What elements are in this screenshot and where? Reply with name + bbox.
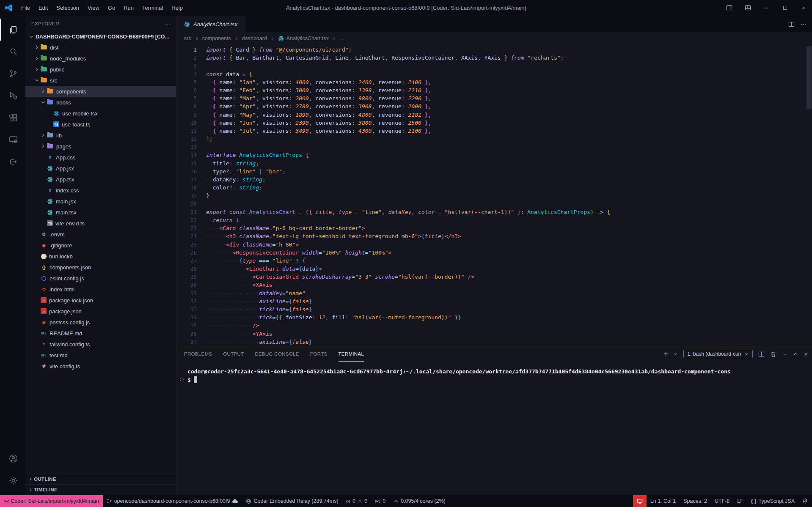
editor-more-actions-icon[interactable]: ⋯ xyxy=(801,21,806,27)
line-number[interactable]: 7 xyxy=(176,94,197,102)
code-line[interactable]: 3 xyxy=(176,62,812,70)
file-use-toast.ts[interactable]: TSuse-toast.ts xyxy=(25,119,176,130)
code-line[interactable]: 27··········{type === "line" ? ( xyxy=(176,257,812,265)
line-number[interactable]: 12 xyxy=(176,135,197,143)
line-number[interactable]: 20 xyxy=(176,200,197,208)
status-broadcast-count[interactable]: 0 xyxy=(371,495,389,507)
line-number[interactable]: 11 xyxy=(176,127,197,135)
code-editor[interactable]: 1import { Card } from "@/components/ui/c… xyxy=(176,45,812,346)
line-number[interactable]: 16 xyxy=(176,167,197,175)
code-line[interactable]: 1import { Card } from "@/components/ui/c… xyxy=(176,46,812,54)
close-button[interactable]: × xyxy=(795,0,812,16)
code-line[interactable]: 7··{ name: "Mar", visitors: 2000, conver… xyxy=(176,94,812,102)
code-line[interactable]: 18··color?: string; xyxy=(176,184,812,192)
split-editor-icon[interactable] xyxy=(788,21,795,27)
split-terminal-icon[interactable] xyxy=(758,351,765,357)
file-index.css[interactable]: #index.css xyxy=(25,185,176,196)
panel-tab-terminal[interactable]: TERMINAL xyxy=(339,346,364,362)
code-line[interactable]: 28············<LineChart data={data}> xyxy=(176,265,812,273)
line-number[interactable]: 24 xyxy=(176,232,197,240)
terminal-dropdown-icon[interactable] xyxy=(673,352,678,356)
file-package-lock.json[interactable]: npackage-lock.json xyxy=(25,295,176,306)
line-number[interactable]: 14 xyxy=(176,151,197,159)
line-number[interactable]: 27 xyxy=(176,257,197,265)
code-line[interactable]: 34················tick={{ fontSize: 12, … xyxy=(176,313,812,321)
activity-coder[interactable] xyxy=(0,151,25,173)
folder-node_modules[interactable]: node_modules xyxy=(25,53,176,64)
code-line[interactable]: 21export const AnalyticsChart = ({ title… xyxy=(176,208,812,216)
code-line[interactable]: 25······<div className="h-80"> xyxy=(176,241,812,249)
line-number[interactable]: 4 xyxy=(176,70,197,78)
panel-tab-ports[interactable]: PORTS xyxy=(310,346,328,362)
file-index.html[interactable]: <>index.html xyxy=(25,284,176,295)
activity-remote-explorer[interactable] xyxy=(0,129,25,151)
code-line[interactable]: 8··{ name: "Apr", visitors: 2780, conver… xyxy=(176,102,812,110)
code-line[interactable]: 36··············<YAxis xyxy=(176,330,812,338)
status-problems[interactable]: ⊘0⚠0 xyxy=(342,495,372,507)
status-language-mode[interactable]: { }TypeScript JSX xyxy=(747,495,798,507)
maximize-button[interactable] xyxy=(776,0,793,16)
code-line[interactable]: 9··{ name: "May", visitors: 1890, conver… xyxy=(176,111,812,119)
activity-extensions[interactable] xyxy=(0,107,25,129)
line-number[interactable]: 30 xyxy=(176,281,197,289)
section-timeline[interactable]: TIMELINE xyxy=(25,484,176,495)
folder-hooks[interactable]: hooks xyxy=(25,97,176,108)
code-line[interactable]: 19} xyxy=(176,192,812,200)
panel-tab-debug-console[interactable]: DEBUG CONSOLE xyxy=(255,346,299,362)
workspace-root-row[interactable]: DASHBOARD-COMPONENT-CONSO-B68F00F9 [CO..… xyxy=(25,31,176,42)
code-line[interactable]: 5··{ name: "Jan", visitors: 4000, conver… xyxy=(176,78,812,86)
line-number[interactable]: 33 xyxy=(176,305,197,313)
line-number[interactable]: 17 xyxy=(176,175,197,184)
code-line[interactable]: 17··dataKey: string; xyxy=(176,175,812,184)
file-README.md[interactable]: M↓README.md xyxy=(25,328,176,339)
line-number[interactable]: 35 xyxy=(176,321,197,329)
file-App.tsx[interactable]: App.tsx xyxy=(25,174,176,185)
status-screen-share[interactable] xyxy=(633,495,647,507)
file-bun.lockb[interactable]: bun.lockb xyxy=(25,251,176,262)
command-decoration-icon[interactable] xyxy=(180,378,184,381)
file-main.tsx[interactable]: main.tsx xyxy=(25,207,176,218)
kill-terminal-icon[interactable] xyxy=(770,351,776,357)
file-package.json[interactable]: npackage.json xyxy=(25,306,176,317)
status-eol[interactable]: LF xyxy=(733,495,747,507)
line-number[interactable]: 10 xyxy=(176,119,197,127)
code-line[interactable]: 13 xyxy=(176,143,812,151)
line-number[interactable]: 25 xyxy=(176,241,197,249)
line-number[interactable]: 22 xyxy=(176,216,197,224)
line-number[interactable]: 34 xyxy=(176,313,197,321)
line-number[interactable]: 19 xyxy=(176,192,197,200)
folder-dist[interactable]: dist xyxy=(25,42,176,53)
line-number[interactable]: 21 xyxy=(176,208,197,216)
activity-search[interactable] xyxy=(0,41,25,63)
file-test.md[interactable]: M↓test.md xyxy=(25,350,176,361)
status-cpu-usage[interactable]: 0.095/4 cores (2%) xyxy=(389,495,449,507)
line-number[interactable]: 2 xyxy=(176,54,197,62)
customize-layout-icon[interactable] xyxy=(739,0,756,16)
file-main.jsx[interactable]: main.jsx xyxy=(25,196,176,207)
menu-run[interactable]: Run xyxy=(119,0,138,16)
code-line[interactable]: 26········<ResponsiveContainer width="10… xyxy=(176,249,812,257)
line-number[interactable]: 36 xyxy=(176,330,197,338)
line-number[interactable]: 5 xyxy=(176,78,197,86)
status-remote-host[interactable]: ><Coder: Sid-Lais/import-mlyyxfd4/main xyxy=(0,495,103,507)
file-vite-env.d.ts[interactable]: TSvite-env.d.ts xyxy=(25,218,176,229)
shell-selector[interactable]: 1: bash (dashboard-con xyxy=(683,350,753,358)
file-App.css[interactable]: #App.css xyxy=(25,152,176,163)
tab-analyticschart[interactable]: AnalyticsChart.tsx xyxy=(176,16,245,32)
panel-tab-problems[interactable]: PROBLEMS xyxy=(184,346,212,362)
line-number[interactable]: 18 xyxy=(176,184,197,192)
line-number[interactable]: 31 xyxy=(176,289,197,297)
code-line[interactable]: 11··{ name: "Jul", visitors: 3490, conve… xyxy=(176,127,812,135)
breadcrumb-item--[interactable]: ... xyxy=(340,36,344,41)
code-line[interactable]: 16··type?: "line" | "bar"; xyxy=(176,167,812,175)
menu-view[interactable]: View xyxy=(83,0,104,16)
menu-file[interactable]: File xyxy=(17,0,34,16)
line-number[interactable]: 13 xyxy=(176,143,197,151)
status-git-branch[interactable]: opencode/dashboard-component-conso-b68f0… xyxy=(103,495,242,507)
activity-source-control[interactable] xyxy=(0,63,25,85)
code-line[interactable]: 24······<h3 className="text-lg font-semi… xyxy=(176,232,812,240)
activity-run-debug[interactable] xyxy=(0,85,25,107)
menu-go[interactable]: Go xyxy=(104,0,119,16)
code-line[interactable]: 35··············/> xyxy=(176,321,812,329)
activity-explorer[interactable] xyxy=(0,19,25,41)
